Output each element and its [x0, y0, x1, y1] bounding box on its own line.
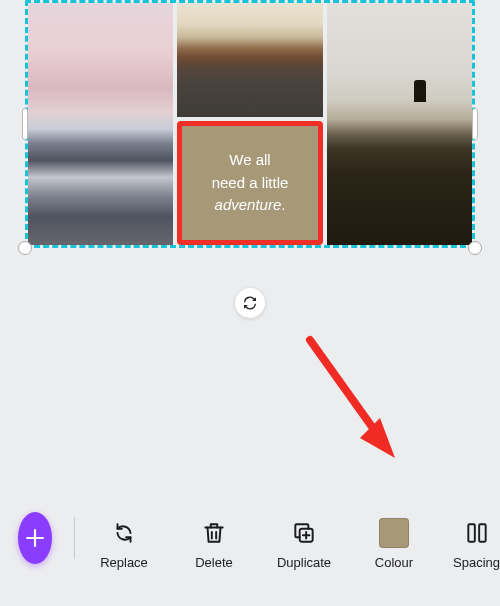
svg-rect-4 — [479, 524, 486, 541]
card-line1: We all — [229, 151, 270, 168]
highlighted-text-card[interactable]: We all need a little adventure. — [177, 121, 322, 245]
card-line2: need a little — [212, 174, 289, 191]
toolbar-separator — [74, 517, 75, 559]
replace-label: Replace — [100, 555, 148, 570]
selected-collage[interactable]: We all need a little adventure. — [25, 0, 475, 248]
collage-image-left[interactable] — [28, 3, 173, 245]
spacing-button[interactable]: Spacing — [453, 517, 500, 570]
colour-label: Colour — [375, 555, 413, 570]
collage-image-right[interactable] — [327, 3, 472, 245]
annotation-arrow — [300, 330, 410, 470]
colour-swatch — [379, 518, 409, 548]
resize-handle-bottom-left[interactable] — [18, 241, 32, 255]
svg-rect-3 — [468, 524, 475, 541]
toolbar-actions: Replace Delete Duplicate Colour Spacing — [93, 517, 500, 570]
spacing-icon — [464, 520, 490, 546]
plus-icon — [22, 525, 48, 551]
collage-grid: We all need a little adventure. — [28, 3, 472, 245]
colour-button[interactable]: Colour — [363, 517, 425, 570]
trash-icon — [201, 520, 227, 546]
duplicate-button[interactable]: Duplicate — [273, 517, 335, 570]
cycle-page-button[interactable] — [235, 288, 265, 318]
card-trailing: . — [281, 196, 285, 213]
cycle-icon — [242, 295, 258, 311]
delete-button[interactable]: Delete — [183, 517, 245, 570]
resize-handle-bottom-right[interactable] — [468, 241, 482, 255]
bottom-toolbar: Replace Delete Duplicate Colour Spacing — [0, 498, 500, 588]
resize-handle-left[interactable] — [22, 108, 28, 140]
delete-label: Delete — [195, 555, 233, 570]
replace-arrows-icon — [111, 520, 137, 546]
text-card[interactable]: We all need a little adventure. — [182, 126, 317, 240]
duplicate-label: Duplicate — [277, 555, 331, 570]
collage-image-top[interactable] — [177, 3, 322, 117]
card-text: We all need a little adventure. — [212, 149, 289, 217]
svg-marker-1 — [360, 418, 395, 458]
replace-button[interactable]: Replace — [93, 517, 155, 570]
card-line3: adventure — [215, 196, 282, 213]
duplicate-icon — [291, 520, 317, 546]
resize-handle-right[interactable] — [472, 108, 478, 140]
spacing-label: Spacing — [453, 555, 500, 570]
add-button[interactable] — [18, 512, 52, 564]
svg-line-0 — [310, 340, 385, 445]
